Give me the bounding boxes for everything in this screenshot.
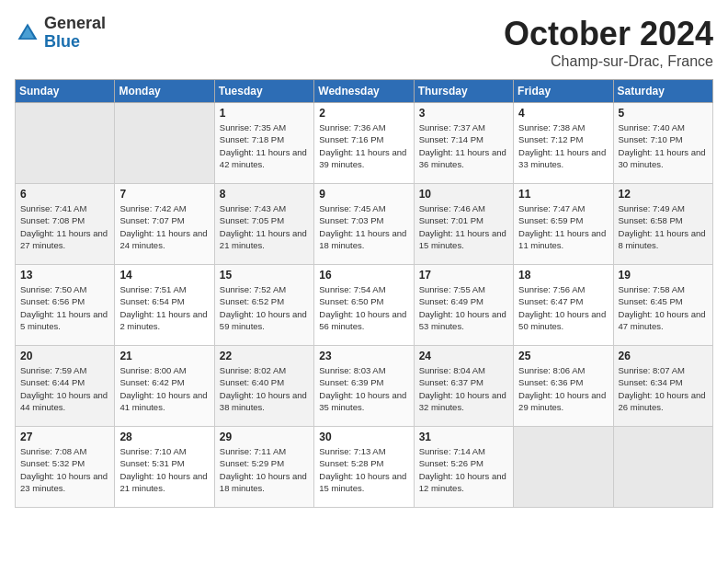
location-subtitle: Champ-sur-Drac, France bbox=[504, 53, 713, 70]
day-info: Sunrise: 7:35 AM Sunset: 7:18 PM Dayligh… bbox=[220, 121, 309, 170]
day-info: Sunrise: 7:14 AM Sunset: 5:26 PM Dayligh… bbox=[419, 445, 508, 494]
calendar-cell: 5Sunrise: 7:40 AM Sunset: 7:10 PM Daylig… bbox=[613, 103, 712, 184]
weekday-header-row: SundayMondayTuesdayWednesdayThursdayFrid… bbox=[16, 80, 713, 103]
calendar-cell: 25Sunrise: 8:06 AM Sunset: 6:36 PM Dayli… bbox=[514, 346, 613, 427]
title-block: October 2024 Champ-sur-Drac, France bbox=[504, 15, 713, 70]
weekday-header-friday: Friday bbox=[514, 80, 613, 103]
calendar-cell: 4Sunrise: 7:38 AM Sunset: 7:12 PM Daylig… bbox=[514, 103, 613, 184]
calendar-cell: 10Sunrise: 7:46 AM Sunset: 7:01 PM Dayli… bbox=[414, 184, 513, 265]
day-info: Sunrise: 7:50 AM Sunset: 6:56 PM Dayligh… bbox=[20, 283, 109, 332]
day-number: 21 bbox=[119, 350, 209, 362]
day-number: 28 bbox=[119, 431, 209, 443]
day-info: Sunrise: 8:00 AM Sunset: 6:42 PM Dayligh… bbox=[119, 364, 209, 413]
day-info: Sunrise: 7:56 AM Sunset: 6:47 PM Dayligh… bbox=[518, 283, 608, 332]
calendar-cell: 30Sunrise: 7:13 AM Sunset: 5:28 PM Dayli… bbox=[314, 427, 414, 508]
day-number: 25 bbox=[518, 350, 608, 362]
day-info: Sunrise: 7:54 AM Sunset: 6:50 PM Dayligh… bbox=[319, 283, 408, 332]
calendar-cell: 21Sunrise: 8:00 AM Sunset: 6:42 PM Dayli… bbox=[115, 346, 214, 427]
day-number: 8 bbox=[220, 188, 309, 201]
calendar-cell: 2Sunrise: 7:36 AM Sunset: 7:16 PM Daylig… bbox=[314, 103, 414, 184]
day-number: 30 bbox=[319, 431, 408, 443]
day-number: 22 bbox=[220, 350, 309, 362]
calendar-cell: 15Sunrise: 7:52 AM Sunset: 6:52 PM Dayli… bbox=[214, 265, 313, 346]
calendar-cell: 23Sunrise: 8:03 AM Sunset: 6:39 PM Dayli… bbox=[314, 346, 414, 427]
day-number: 9 bbox=[319, 188, 408, 201]
day-info: Sunrise: 7:51 AM Sunset: 6:54 PM Dayligh… bbox=[119, 283, 209, 332]
day-info: Sunrise: 7:40 AM Sunset: 7:10 PM Dayligh… bbox=[619, 121, 708, 170]
day-info: Sunrise: 8:03 AM Sunset: 6:39 PM Dayligh… bbox=[319, 364, 408, 413]
day-info: Sunrise: 7:41 AM Sunset: 7:08 PM Dayligh… bbox=[20, 202, 109, 251]
calendar-cell bbox=[115, 103, 214, 184]
logo: General Blue bbox=[15, 15, 106, 52]
calendar-cell: 17Sunrise: 7:55 AM Sunset: 6:49 PM Dayli… bbox=[414, 265, 513, 346]
month-title: October 2024 bbox=[504, 15, 713, 53]
week-row-3: 13Sunrise: 7:50 AM Sunset: 6:56 PM Dayli… bbox=[16, 265, 713, 346]
week-row-4: 20Sunrise: 7:59 AM Sunset: 6:44 PM Dayli… bbox=[16, 346, 713, 427]
day-info: Sunrise: 7:49 AM Sunset: 6:58 PM Dayligh… bbox=[619, 202, 708, 251]
day-number: 29 bbox=[220, 431, 309, 443]
calendar-cell: 29Sunrise: 7:11 AM Sunset: 5:29 PM Dayli… bbox=[214, 427, 313, 508]
day-number: 10 bbox=[419, 188, 508, 201]
weekday-header-wednesday: Wednesday bbox=[314, 80, 414, 103]
calendar-table: SundayMondayTuesdayWednesdayThursdayFrid… bbox=[15, 79, 713, 508]
calendar-cell: 18Sunrise: 7:56 AM Sunset: 6:47 PM Dayli… bbox=[514, 265, 613, 346]
day-number: 31 bbox=[419, 431, 508, 443]
logo-icon bbox=[15, 20, 40, 46]
day-number: 5 bbox=[619, 107, 708, 120]
logo-blue-text: Blue bbox=[44, 32, 80, 51]
calendar-cell: 11Sunrise: 7:47 AM Sunset: 6:59 PM Dayli… bbox=[514, 184, 613, 265]
day-number: 26 bbox=[619, 350, 708, 362]
calendar-cell: 24Sunrise: 8:04 AM Sunset: 6:37 PM Dayli… bbox=[414, 346, 513, 427]
day-info: Sunrise: 7:46 AM Sunset: 7:01 PM Dayligh… bbox=[419, 202, 508, 251]
day-info: Sunrise: 7:45 AM Sunset: 7:03 PM Dayligh… bbox=[319, 202, 408, 251]
day-info: Sunrise: 7:59 AM Sunset: 6:44 PM Dayligh… bbox=[20, 364, 109, 413]
day-number: 4 bbox=[518, 107, 608, 120]
weekday-header-sunday: Sunday bbox=[16, 80, 115, 103]
week-row-2: 6Sunrise: 7:41 AM Sunset: 7:08 PM Daylig… bbox=[16, 184, 713, 265]
day-number: 13 bbox=[20, 269, 109, 282]
day-info: Sunrise: 7:37 AM Sunset: 7:14 PM Dayligh… bbox=[419, 121, 508, 170]
logo-general-text: General bbox=[44, 14, 106, 32]
calendar-cell: 14Sunrise: 7:51 AM Sunset: 6:54 PM Dayli… bbox=[115, 265, 214, 346]
weekday-header-thursday: Thursday bbox=[414, 80, 513, 103]
week-row-5: 27Sunrise: 7:08 AM Sunset: 5:32 PM Dayli… bbox=[16, 427, 713, 508]
day-number: 6 bbox=[20, 188, 109, 201]
calendar-cell: 31Sunrise: 7:14 AM Sunset: 5:26 PM Dayli… bbox=[414, 427, 513, 508]
weekday-header-monday: Monday bbox=[115, 80, 214, 103]
day-info: Sunrise: 7:10 AM Sunset: 5:31 PM Dayligh… bbox=[119, 445, 209, 494]
week-row-1: 1Sunrise: 7:35 AM Sunset: 7:18 PM Daylig… bbox=[16, 103, 713, 184]
day-number: 20 bbox=[20, 350, 109, 362]
day-info: Sunrise: 8:07 AM Sunset: 6:34 PM Dayligh… bbox=[619, 364, 708, 413]
day-number: 19 bbox=[619, 269, 708, 282]
calendar-cell: 1Sunrise: 7:35 AM Sunset: 7:18 PM Daylig… bbox=[214, 103, 313, 184]
weekday-header-tuesday: Tuesday bbox=[214, 80, 313, 103]
day-info: Sunrise: 7:55 AM Sunset: 6:49 PM Dayligh… bbox=[419, 283, 508, 332]
day-number: 23 bbox=[319, 350, 408, 362]
day-number: 1 bbox=[220, 107, 309, 120]
day-number: 27 bbox=[20, 431, 109, 443]
day-info: Sunrise: 7:43 AM Sunset: 7:05 PM Dayligh… bbox=[220, 202, 309, 251]
calendar-cell bbox=[16, 103, 115, 184]
calendar-cell: 13Sunrise: 7:50 AM Sunset: 6:56 PM Dayli… bbox=[16, 265, 115, 346]
calendar-cell: 7Sunrise: 7:42 AM Sunset: 7:07 PM Daylig… bbox=[115, 184, 214, 265]
day-number: 17 bbox=[419, 269, 508, 282]
day-info: Sunrise: 7:52 AM Sunset: 6:52 PM Dayligh… bbox=[220, 283, 309, 332]
day-info: Sunrise: 7:38 AM Sunset: 7:12 PM Dayligh… bbox=[518, 121, 608, 170]
day-info: Sunrise: 7:42 AM Sunset: 7:07 PM Dayligh… bbox=[119, 202, 209, 251]
day-number: 7 bbox=[119, 188, 209, 201]
calendar-cell bbox=[613, 427, 712, 508]
day-info: Sunrise: 8:06 AM Sunset: 6:36 PM Dayligh… bbox=[518, 364, 608, 413]
calendar-cell bbox=[514, 427, 613, 508]
calendar-cell: 27Sunrise: 7:08 AM Sunset: 5:32 PM Dayli… bbox=[16, 427, 115, 508]
day-number: 15 bbox=[220, 269, 309, 282]
day-number: 11 bbox=[518, 188, 608, 201]
calendar-cell: 3Sunrise: 7:37 AM Sunset: 7:14 PM Daylig… bbox=[414, 103, 513, 184]
day-number: 18 bbox=[518, 269, 608, 282]
calendar-cell: 19Sunrise: 7:58 AM Sunset: 6:45 PM Dayli… bbox=[613, 265, 712, 346]
page-header: General Blue October 2024 Champ-sur-Drac… bbox=[15, 15, 713, 70]
calendar-cell: 20Sunrise: 7:59 AM Sunset: 6:44 PM Dayli… bbox=[16, 346, 115, 427]
weekday-header-saturday: Saturday bbox=[613, 80, 712, 103]
calendar-cell: 28Sunrise: 7:10 AM Sunset: 5:31 PM Dayli… bbox=[115, 427, 214, 508]
day-number: 16 bbox=[319, 269, 408, 282]
day-info: Sunrise: 7:58 AM Sunset: 6:45 PM Dayligh… bbox=[619, 283, 708, 332]
